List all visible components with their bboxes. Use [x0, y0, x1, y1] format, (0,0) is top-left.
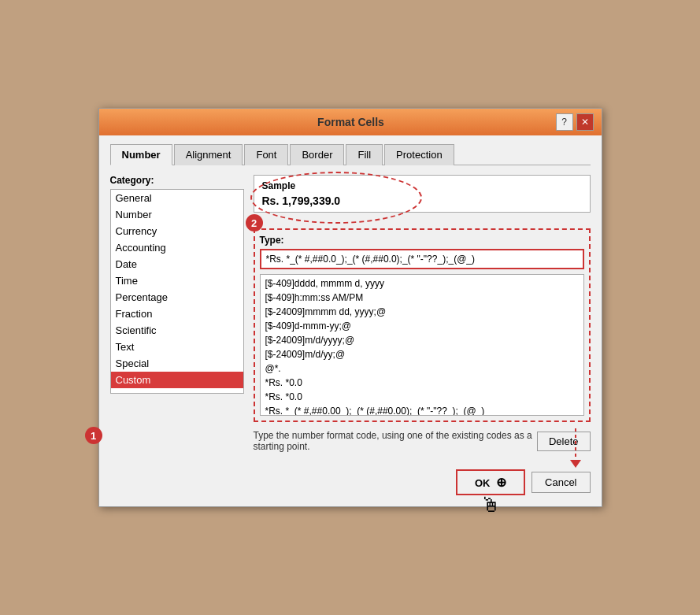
tab-border[interactable]: Border — [290, 144, 344, 165]
content-area: Category: General Number Currency Accoun… — [110, 175, 591, 452]
left-panel: Category: General Number Currency Accoun… — [110, 175, 244, 452]
tabs-bar: Number Alignment Font Border Fill Protec… — [110, 143, 591, 165]
category-custom[interactable]: Custom — [111, 372, 243, 388]
title-bar: Format Cells ? ✕ — [99, 109, 602, 135]
list-item[interactable]: [$-24009]m/d/yyyy;@ — [261, 333, 583, 347]
right-panel: 2 Sample Rs. 1,799,339.0 Type: — [254, 175, 591, 452]
type-and-list-box: Type: [$-409]dddd, mmmm d, yyyy [$-409]h… — [254, 228, 591, 422]
tab-fill[interactable]: Fill — [346, 144, 383, 165]
badge-one: 1 — [85, 427, 102, 444]
title-bar-controls: ? ✕ — [556, 113, 594, 131]
list-item[interactable]: *Rs. *0.0 — [261, 376, 583, 390]
dialog-footer: OK ⊕ 🖱 Cancel — [99, 463, 602, 506]
list-item[interactable]: [$-409]h:mm:ss AM/PM — [261, 291, 583, 305]
category-general[interactable]: General — [111, 190, 243, 206]
delete-button[interactable]: Delete — [537, 432, 591, 451]
category-currency[interactable]: Currency — [111, 223, 243, 239]
category-number[interactable]: Number — [111, 206, 243, 223]
list-item[interactable]: *Rs. *_(* #,##0.00_);_(* (#,##0.00);_(* … — [261, 404, 583, 416]
list-item[interactable]: [$-24009]m/d/yy;@ — [261, 347, 583, 361]
category-scientific[interactable]: Scientific — [111, 322, 243, 339]
sample-value: Rs. 1,799,339.0 — [262, 195, 582, 207]
sample-section: Sample Rs. 1,799,339.0 — [254, 175, 591, 213]
dialog-title: Format Cells — [146, 116, 556, 128]
tab-font[interactable]: Font — [244, 144, 288, 165]
type-input[interactable] — [260, 249, 584, 269]
category-date[interactable]: Date — [111, 256, 243, 272]
list-item[interactable]: @*. — [261, 361, 583, 376]
cancel-button[interactable]: Cancel — [531, 472, 590, 493]
tab-alignment[interactable]: Alignment — [174, 144, 243, 165]
format-list[interactable]: [$-409]dddd, mmmm d, yyyy [$-409]h:mm:ss… — [260, 274, 584, 416]
badge-two: 2 — [246, 214, 263, 232]
category-special[interactable]: Special — [111, 355, 243, 372]
list-item[interactable]: *Rs. *0.0 — [261, 390, 583, 404]
tab-protection[interactable]: Protection — [384, 144, 454, 165]
list-item[interactable]: [$-409]dddd, mmmm d, yyyy — [261, 276, 583, 291]
close-button[interactable]: ✕ — [576, 113, 594, 131]
category-percentage[interactable]: Percentage — [111, 289, 243, 306]
category-time[interactable]: Time — [111, 272, 243, 289]
help-button[interactable]: ? — [556, 113, 573, 131]
category-text[interactable]: Text — [111, 339, 243, 355]
format-cells-dialog: Format Cells ? ✕ Number Alignment Font B… — [98, 108, 602, 507]
type-label: Type: — [260, 235, 584, 246]
category-accounting[interactable]: Accounting — [111, 239, 243, 256]
ok-button[interactable]: OK ⊕ — [456, 469, 525, 495]
category-label: Category: — [110, 175, 244, 186]
category-list[interactable]: General Number Currency Accounting Date … — [110, 189, 244, 394]
list-item[interactable]: [$-409]d-mmm-yy;@ — [261, 319, 583, 333]
sample-label: Sample — [262, 180, 582, 191]
dialog-body: Number Alignment Font Border Fill Protec… — [99, 135, 602, 463]
cursor-hand-icon: 🖱 — [480, 493, 501, 517]
list-item[interactable]: [$-24009]mmmm dd, yyyy;@ — [261, 305, 583, 319]
category-fraction[interactable]: Fraction — [111, 306, 243, 322]
tab-number[interactable]: Number — [110, 144, 172, 165]
